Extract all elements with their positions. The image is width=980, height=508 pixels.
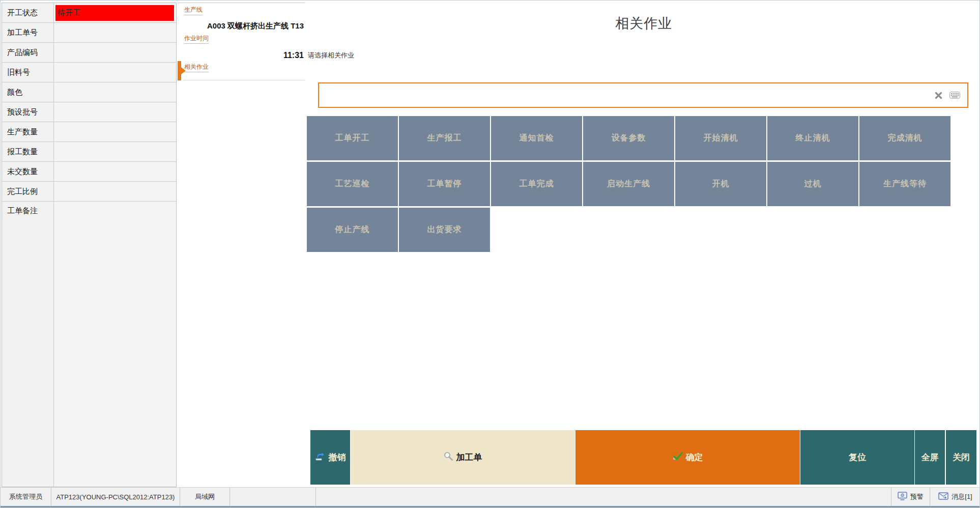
message-label: 消息[1] bbox=[952, 492, 972, 501]
status-bar: 系统管理员 ATP123(YOUNG-PC\SQL2012:ATP123) 局域… bbox=[1, 487, 980, 506]
work-time-label[interactable]: 作业时间 bbox=[184, 34, 209, 44]
op-button[interactable]: 完成清机 bbox=[859, 116, 950, 160]
sidebar-row: 颜色 bbox=[2, 82, 176, 102]
magnifier-icon bbox=[444, 451, 453, 464]
op-button[interactable]: 过机 bbox=[767, 162, 858, 206]
warning-label: 预警 bbox=[910, 492, 924, 501]
field-label: 工单备注 bbox=[2, 202, 54, 487]
op-button[interactable]: 工单暂停 bbox=[399, 162, 490, 206]
sidebar-row: 报工数量 bbox=[2, 142, 176, 162]
sidebar-rows: 开工状态待开工加工单号产品编码旧料号颜色预设批号生产数量报工数量未交数量完工比例… bbox=[2, 3, 177, 487]
message-item[interactable]: 消息[1] bbox=[930, 488, 980, 506]
window-bottom-edge bbox=[1, 506, 980, 508]
field-label: 报工数量 bbox=[2, 142, 54, 161]
op-button[interactable]: 通知首检 bbox=[491, 116, 582, 160]
field-value bbox=[54, 162, 176, 181]
sidebar-row: 预设批号 bbox=[2, 102, 176, 122]
op-button[interactable]: 设备参数 bbox=[583, 116, 674, 160]
op-button[interactable]: 出货要求 bbox=[399, 208, 490, 252]
op-button[interactable]: 工艺巡检 bbox=[307, 162, 398, 206]
undo-arrow-icon bbox=[315, 452, 326, 463]
op-button[interactable]: 开机 bbox=[675, 162, 766, 206]
related-ops-label[interactable]: 相关作业 bbox=[184, 63, 209, 72]
prompt-text: 请选择相关作业 bbox=[308, 51, 354, 60]
green-check-icon bbox=[673, 452, 683, 463]
field-value bbox=[54, 82, 176, 102]
sidebar-row: 产品编码 bbox=[2, 43, 176, 63]
undo-button-label: 撤销 bbox=[329, 451, 346, 463]
status-spacer bbox=[316, 488, 891, 506]
status-network: 局域网 bbox=[180, 488, 230, 506]
reset-button-label: 复位 bbox=[849, 451, 866, 463]
status-database: ATP123(YOUNG-PC\SQL2012:ATP123) bbox=[51, 488, 180, 506]
sidebar-row: 加工单号 bbox=[2, 23, 176, 43]
close-button-label: 关闭 bbox=[953, 451, 970, 463]
reset-button[interactable]: 复位 bbox=[800, 430, 914, 485]
field-value bbox=[54, 142, 176, 161]
sidebar-row: 完工比例 bbox=[2, 182, 176, 202]
field-value bbox=[54, 202, 176, 487]
monitor-gear-icon bbox=[898, 492, 907, 502]
field-label: 加工单号 bbox=[2, 23, 54, 42]
field-value bbox=[54, 122, 176, 142]
op-button[interactable]: 工单完成 bbox=[491, 162, 582, 206]
op-button[interactable]: 停止产线 bbox=[307, 208, 398, 252]
page-title: 相关作业 bbox=[307, 14, 980, 33]
sidebar-row: 开工状态待开工 bbox=[2, 3, 176, 23]
fullscreen-button[interactable]: 全屏 bbox=[915, 430, 945, 485]
sidebar-row: 未交数量 bbox=[2, 162, 176, 182]
field-value bbox=[54, 43, 176, 62]
work-time-value: 11:31 bbox=[283, 51, 304, 60]
field-label: 生产数量 bbox=[2, 122, 54, 142]
clear-icon[interactable] bbox=[935, 92, 942, 99]
op-button[interactable]: 启动生产线 bbox=[583, 162, 674, 206]
field-label: 完工比例 bbox=[2, 182, 54, 201]
status-empty-cell bbox=[230, 488, 316, 506]
warning-item[interactable]: 预警 bbox=[891, 488, 930, 506]
confirm-button[interactable]: 确定 bbox=[575, 430, 800, 485]
field-value bbox=[54, 102, 176, 122]
undo-button[interactable]: 撤销 bbox=[310, 430, 350, 485]
confirm-button-label: 确定 bbox=[686, 451, 703, 463]
op-button[interactable]: 终止清机 bbox=[767, 116, 858, 160]
fullscreen-button-label: 全屏 bbox=[921, 451, 939, 463]
panel-separator bbox=[184, 80, 305, 80]
keyboard-icon[interactable] bbox=[949, 92, 960, 99]
related-ops-grid: 工单开工生产报工通知首检设备参数开始清机终止清机完成清机工艺巡检工单暂停工单完成… bbox=[307, 116, 954, 253]
field-label: 预设批号 bbox=[2, 102, 54, 122]
work-order-button[interactable]: 加工单 bbox=[351, 430, 575, 485]
field-label: 未交数量 bbox=[2, 162, 54, 181]
work-order-button-label: 加工单 bbox=[456, 451, 482, 463]
field-value bbox=[54, 23, 176, 42]
mes-terminal-window: 开工状态待开工加工单号产品编码旧料号颜色预设批号生产数量报工数量未交数量完工比例… bbox=[0, 0, 980, 508]
production-line-value: A003 双螺杆挤出生产线 T13 bbox=[207, 21, 304, 31]
field-value bbox=[54, 182, 176, 201]
related-op-input-box bbox=[318, 82, 968, 108]
field-panel: 生产线 A003 双螺杆挤出生产线 T13 作业时间 11:31 相关作业 bbox=[178, 3, 305, 488]
op-button[interactable]: 开始清机 bbox=[675, 116, 766, 160]
status-badge: 待开工 bbox=[55, 5, 174, 21]
production-line-label[interactable]: 生产线 bbox=[184, 6, 203, 15]
field-value: 待开工 bbox=[54, 3, 176, 22]
status-user: 系统管理员 bbox=[1, 488, 51, 506]
field-label: 旧料号 bbox=[2, 63, 54, 82]
envelope-icon bbox=[938, 492, 948, 501]
sidebar-row: 旧料号 bbox=[2, 63, 176, 82]
field-label: 产品编码 bbox=[2, 43, 54, 62]
op-button[interactable]: 生产报工 bbox=[399, 116, 490, 160]
sidebar-row: 生产数量 bbox=[2, 122, 176, 142]
op-button[interactable]: 工单开工 bbox=[307, 116, 398, 160]
field-label: 颜色 bbox=[2, 82, 54, 102]
field-label: 开工状态 bbox=[2, 3, 54, 22]
selected-field-marker bbox=[178, 61, 181, 80]
op-button[interactable]: 生产线等待 bbox=[859, 162, 950, 206]
close-button[interactable]: 关闭 bbox=[946, 430, 976, 485]
sidebar-row: 工单备注 bbox=[2, 202, 176, 487]
field-value bbox=[54, 63, 176, 82]
related-op-input[interactable] bbox=[319, 83, 935, 107]
